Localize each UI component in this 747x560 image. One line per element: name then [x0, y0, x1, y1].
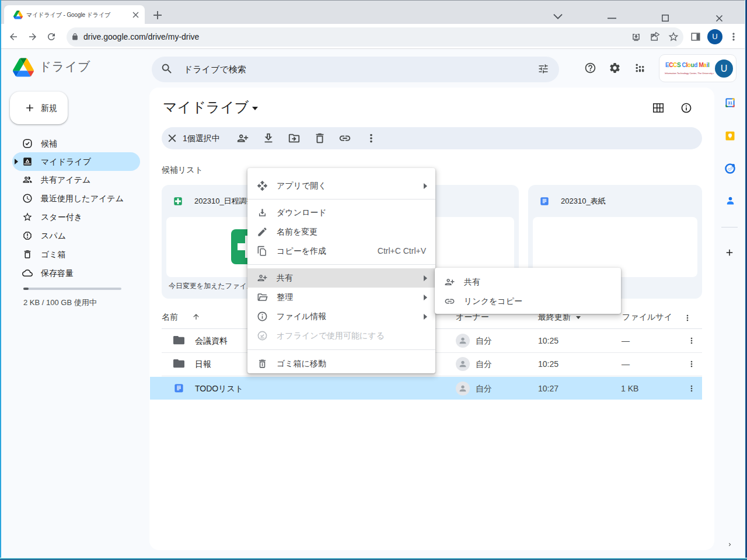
- svg-text:31: 31: [728, 101, 732, 106]
